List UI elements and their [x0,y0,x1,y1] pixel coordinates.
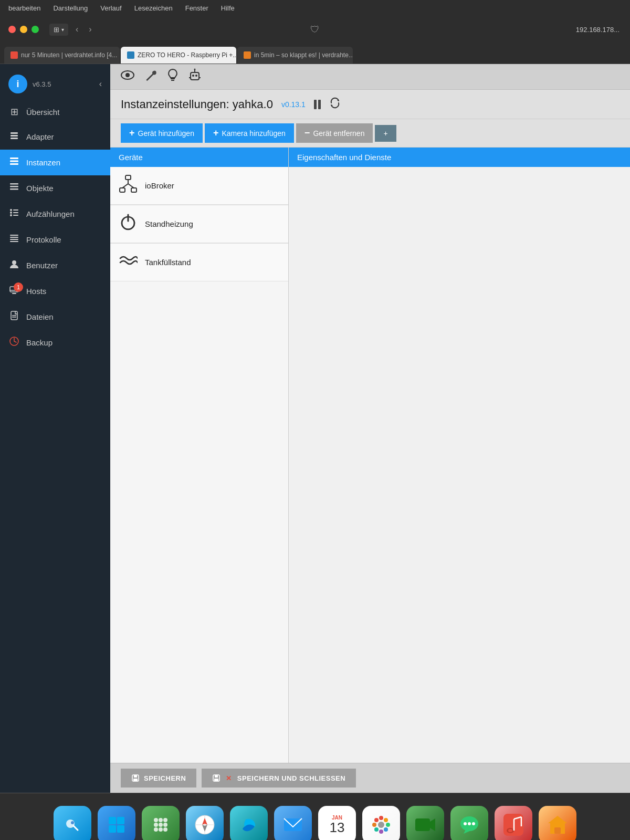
dock-item-photos[interactable] [362,806,400,841]
mac-close-button[interactable] [8,26,16,33]
dock-item-launchpad[interactable] [142,806,180,841]
tab-2[interactable]: ZERO TO HERO - Raspberry Pi +... [121,47,236,64]
menu-verlauf[interactable]: Verlauf [100,4,121,12]
svg-rect-2 [10,138,18,139]
svg-point-59 [154,818,158,822]
menu-bearbeiten[interactable]: bearbeiten [8,4,40,12]
calendar-day: 13 [330,821,345,834]
minus-icon: − [304,128,310,139]
svg-point-19 [12,260,16,265]
svg-rect-48 [133,779,138,781]
properties-content [289,167,630,763]
svg-point-82 [372,823,376,827]
svg-rect-16 [10,237,18,238]
svg-rect-84 [415,818,430,831]
sidebar-item-label-instanzen: Instanzen [26,158,60,167]
sidebar-item-hosts[interactable]: 1 Hosts [0,278,110,304]
sidebar-item-aufzahlungen[interactable]: Aufzählungen [0,201,110,227]
add-camera-button[interactable]: + Kamera hinzufügen [205,123,294,143]
sidebar-item-label-dateien: Dateien [26,312,54,321]
sidebar-item-backup[interactable]: Backup [0,330,110,355]
lightbulb-icon[interactable] [167,68,178,85]
svg-rect-8 [10,188,18,190]
mac-fullscreen-button[interactable] [32,26,39,33]
sidebar-collapse-button[interactable]: ‹ [99,79,102,89]
dock-item-finder[interactable] [54,806,91,841]
device-item-standheizung[interactable]: Standheizung [110,205,288,243]
sidebar-item-instanzen[interactable]: Instanzen [0,150,110,175]
sidebar-item-benutzer[interactable]: Benutzer [0,253,110,278]
grid-icon: ⊞ [54,26,59,34]
mac-dock: JAN 13 [0,793,630,840]
svg-point-28 [125,73,130,77]
dock-item-safari[interactable] [186,806,224,841]
tab-3[interactable]: in 5min – so klappt es! | verdrahte... [237,47,353,64]
svg-rect-50 [215,775,218,778]
device-item-tankfullstand[interactable]: Tankfüllstand [110,244,288,281]
tab-1[interactable]: nur 5 Minuten | verdrahtet.info [4... [4,47,120,64]
svg-point-76 [379,816,383,820]
sidebar-item-objekte[interactable]: Objekte [0,175,110,201]
menu-lesezeichen[interactable]: Lesezeichen [134,4,173,12]
dock-item-music[interactable] [495,806,532,841]
add-device-label: Gerät hinzufügen [138,129,194,138]
forward-button[interactable]: › [86,23,94,36]
svg-line-54 [74,826,78,830]
hosts-badge: 1 [14,282,23,292]
svg-point-62 [154,823,158,827]
main-content: Instanzeinstellungen: yahka.0 v0.13.1 + … [110,64,630,793]
dock-item-facetime[interactable] [406,806,444,841]
wave-icon [119,251,138,274]
add-device-button[interactable]: + Gerät hinzufügen [121,123,203,143]
dock-item-mail[interactable] [274,806,312,841]
svg-rect-57 [109,825,116,833]
sidebar-item-ubersicht[interactable]: ⊞ Übersicht [0,100,110,124]
pause-bar-right [318,100,321,109]
svg-rect-7 [10,186,18,187]
grid-icon: ⊞ [8,106,20,118]
svg-point-93 [508,829,512,832]
split-panel: Geräte io [110,148,630,763]
sidebar-item-label-adapter: Adapter [26,132,54,141]
remove-device-button[interactable]: − Gerät entfernen [296,123,373,143]
svg-rect-58 [117,825,124,833]
device-item-iobroker[interactable]: ioBroker [110,167,288,205]
svg-rect-55 [109,817,116,824]
layout-button[interactable]: ⊞ ▾ [49,24,68,36]
dock-item-windows[interactable] [98,806,135,841]
save-close-label: SPEICHERN UND SCHLIESSEN [237,774,345,782]
more-button[interactable]: + [375,125,396,142]
dock-item-messages[interactable] [450,806,488,841]
svg-rect-38 [125,175,131,180]
svg-rect-31 [191,72,199,80]
sidebar-item-adapter[interactable]: Adapter [0,124,110,150]
svg-point-9 [10,209,12,211]
save-button[interactable]: SPEICHERN [121,769,196,788]
dock-item-calendar[interactable]: JAN 13 [318,806,356,841]
svg-rect-14 [13,215,18,216]
menu-darstellung[interactable]: Darstellung [53,4,88,12]
sidebar-item-label-objekte: Objekte [26,184,54,193]
robot-icon[interactable] [189,68,201,85]
svg-rect-17 [10,239,18,240]
save-close-button[interactable]: ✕ SPEICHERN UND SCHLIESSEN [202,769,356,788]
refresh-button[interactable] [329,97,341,111]
pause-button[interactable] [314,100,321,109]
svg-point-80 [379,830,383,834]
sidebar-item-label-backup: Backup [26,338,52,347]
eye-icon[interactable] [121,70,134,83]
sidebar-version: v6.3.5 [33,80,51,88]
menu-hilfe[interactable]: Hilfe [221,4,235,12]
menu-fenster[interactable]: Fenster [185,4,208,12]
svg-point-32 [192,75,194,77]
mac-minimize-button[interactable] [20,26,27,33]
svg-point-75 [378,822,384,828]
sidebar-item-dateien[interactable]: Dateien [0,304,110,330]
dock-item-home[interactable] [539,806,576,841]
dock-item-edge[interactable] [230,806,268,841]
back-button[interactable]: ‹ [72,23,81,36]
sidebar-item-protokolle[interactable]: Protokolle [0,227,110,253]
wrench-icon[interactable] [145,69,156,84]
tab-label-1: nur 5 Minuten | verdrahtet.info [4... [21,51,117,59]
save-label: SPEICHERN [144,774,186,782]
